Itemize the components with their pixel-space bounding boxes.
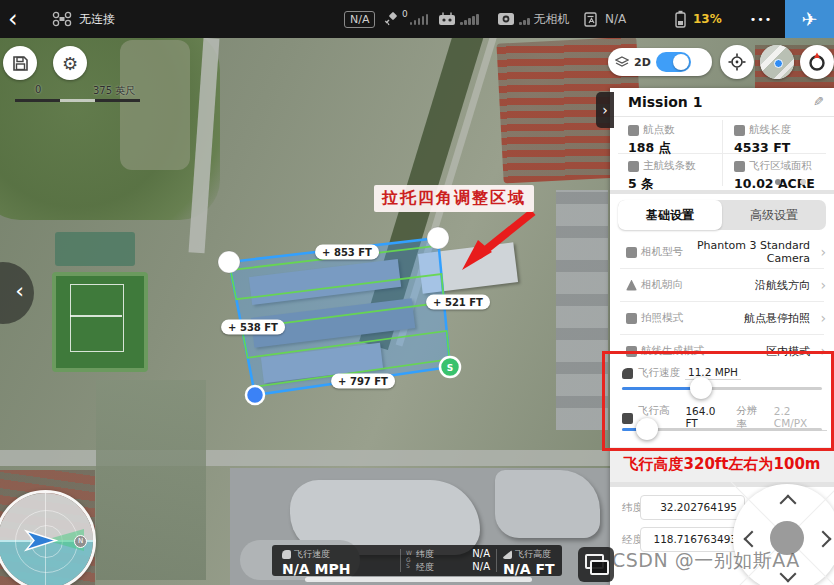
map-mode-label: 2D — [634, 56, 651, 69]
route-length-icon — [734, 125, 745, 136]
lines-count-icon — [628, 161, 639, 172]
heading-arrow-icon — [626, 280, 637, 291]
map-mode-toggle-pill[interactable]: 2D — [608, 48, 712, 76]
setting-row-camera-heading[interactable]: 相机朝向 沿航线方向 › — [610, 269, 834, 301]
speed-value-field[interactable]: 11.2 MPH — [685, 366, 741, 380]
mission-planner-app: S + 853 FT + 521 FT + 538 FT + 797 FT 拉托… — [0, 0, 834, 585]
edge-length-label: + 797 FT — [331, 374, 395, 389]
edge-length-label: + 853 FT — [315, 245, 379, 260]
waypoint-icon — [628, 125, 639, 136]
stat-waypoints: 航点数 188 点 — [628, 123, 675, 157]
battery-percent: 13% — [693, 12, 722, 26]
speed-slider-thumb[interactable] — [690, 377, 712, 399]
gps-status: 0 — [383, 0, 428, 38]
telemetry-alt-value: N/A FT — [503, 561, 555, 577]
tutorial-annotation: 拉托四角调整区域 — [374, 185, 534, 212]
capture-mode-icon — [626, 313, 637, 324]
drawer-open-icon: ‹ — [15, 278, 24, 303]
start-marker-label: S — [447, 363, 453, 373]
plane-icon: ✈ — [802, 8, 818, 31]
altitude-icon — [622, 413, 633, 424]
minimap-location-dot — [774, 59, 783, 68]
mission-settings-button[interactable]: ⚙ — [53, 46, 87, 80]
telemetry-lat-value: N/A — [472, 548, 490, 559]
satellite-icon — [383, 11, 400, 27]
stat-main-lines: 主航线条数 5 条 — [628, 159, 696, 193]
home-indicator — [305, 577, 532, 582]
attitude-compass-widget: N — [0, 490, 96, 585]
locate-button[interactable] — [720, 45, 754, 79]
crosshair-target-icon — [728, 53, 746, 71]
mission-header: Mission 1 ✎ — [610, 88, 834, 117]
telemetry-speed: 飞行速度 N/A MPH — [282, 548, 350, 577]
more-menu-button[interactable]: ••• — [740, 0, 782, 38]
divider — [400, 549, 401, 572]
altitude-icon — [503, 550, 512, 559]
toggle-knob — [673, 54, 689, 70]
lat-input[interactable]: 32.202764195 — [640, 495, 745, 520]
slider-section: 飞行速度 11.2 MPH 飞行高度 164.0 FT 分辨率 2.2 CM/P… — [610, 354, 834, 447]
telemetry-lat-label: 纬度 — [416, 548, 434, 561]
settings-tabs: 基础设置 高级设置 — [618, 200, 826, 230]
nudge-left-button[interactable] — [744, 531, 761, 548]
pagination-dot[interactable] — [800, 179, 806, 185]
stat-route-length: 航线长度 4533 FT — [734, 123, 791, 155]
corner-handle-topright[interactable] — [427, 227, 449, 249]
chevron-right-icon: › — [820, 310, 826, 326]
nudge-right-button[interactable] — [815, 531, 832, 548]
edit-mission-button[interactable]: ✎ — [813, 94, 824, 109]
layers-front-icon — [590, 560, 609, 575]
drone-icon — [52, 11, 72, 27]
telemetry-lng-value: N/A — [472, 561, 490, 572]
corner-handle-bottomleft[interactable] — [246, 386, 264, 404]
compass-icon — [807, 52, 827, 72]
speed-slider-track[interactable] — [622, 387, 822, 390]
battery-icon — [673, 10, 688, 28]
speed-icon — [622, 368, 633, 379]
takeoff-button[interactable]: ✈ — [785, 0, 834, 38]
scale-zero-label: 0 — [35, 84, 41, 95]
scale-distance-label: 375 英尺 — [93, 84, 135, 98]
panel-collapse-tab[interactable]: › — [596, 92, 614, 128]
aircraft-heading-arrow — [26, 531, 56, 550]
compass-reset-button[interactable] — [800, 45, 834, 79]
divider — [496, 549, 497, 572]
aircraft-connection: 无连接 — [52, 0, 115, 38]
wgs-label: WGS — [406, 550, 413, 570]
north-badge: N — [74, 535, 87, 548]
pagination-dot-active[interactable] — [775, 179, 781, 185]
corner-handle-topleft[interactable] — [218, 251, 240, 273]
more-icon: ••• — [750, 13, 772, 26]
flight-mode-badge: N/A — [344, 0, 375, 38]
save-icon — [12, 55, 29, 72]
setting-row-capture-mode[interactable]: 拍照模式 航点悬停拍照 › — [610, 302, 834, 334]
speed-icon — [282, 550, 291, 559]
layers-icon — [615, 56, 629, 69]
camera-status: 无相机 — [534, 11, 570, 28]
telemetry-altitude: 飞行高度 N/A FT — [503, 548, 555, 577]
gear-icon: ⚙ — [62, 53, 78, 74]
minimap-thumbnail-button[interactable] — [760, 45, 794, 79]
rc-status — [438, 0, 479, 38]
map-layers-button[interactable] — [578, 547, 614, 582]
setting-value: 航点悬停拍照 — [744, 311, 810, 326]
altitude-slider-thumb[interactable] — [636, 418, 658, 440]
save-mission-button[interactable] — [3, 46, 37, 80]
mission-status: N/A — [605, 12, 626, 26]
gps-signal-bars — [410, 14, 429, 25]
tab-basic-settings[interactable]: 基础设置 — [618, 200, 722, 230]
nudge-up-button[interactable] — [780, 495, 797, 512]
satellite-count: 0 — [402, 9, 408, 19]
red-arrow — [462, 212, 533, 270]
scale-bar — [15, 99, 140, 102]
watermark: CSDN @一别如斯AA — [612, 548, 800, 574]
speed-label: 飞行速度 — [638, 366, 680, 380]
telemetry-lng-label: 经度 — [416, 561, 434, 574]
tab-advanced-settings[interactable]: 高级设置 — [722, 200, 826, 230]
back-button[interactable]: ‹ — [8, 0, 18, 38]
altitude-note: 飞行高度320ft左右为100m — [610, 447, 834, 482]
mission-title: Mission 1 — [628, 94, 702, 110]
2d-toggle-switch[interactable] — [656, 52, 691, 72]
clipboard-icon — [583, 11, 600, 28]
setting-row-camera-model[interactable]: 相机型号 Phantom 3 Standard Camera › — [610, 236, 834, 268]
